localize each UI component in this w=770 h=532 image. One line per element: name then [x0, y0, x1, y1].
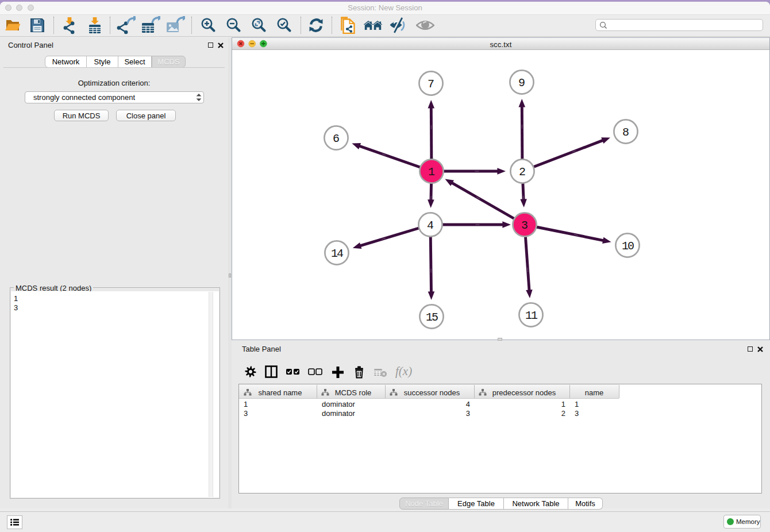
svg-text:15: 15 — [426, 311, 438, 324]
svg-text:2: 2 — [519, 165, 526, 179]
svg-text:7: 7 — [428, 78, 434, 91]
svg-text:1: 1 — [428, 165, 435, 179]
svg-text:4: 4 — [427, 219, 434, 232]
svg-text:8: 8 — [622, 126, 629, 139]
svg-text:14: 14 — [331, 247, 343, 260]
svg-text:10: 10 — [622, 240, 634, 253]
svg-text:6: 6 — [333, 132, 340, 145]
svg-text:9: 9 — [518, 76, 525, 90]
svg-text:11: 11 — [525, 309, 538, 322]
svg-text:3: 3 — [521, 219, 528, 232]
